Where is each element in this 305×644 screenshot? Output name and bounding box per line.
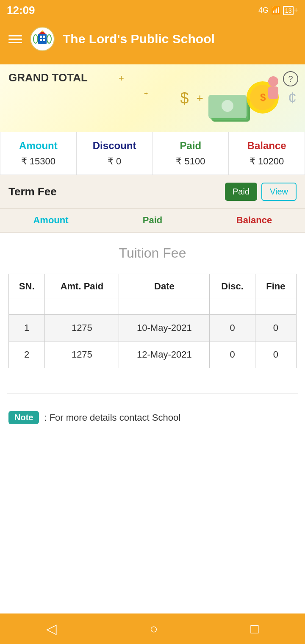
discount-label: Discount: [80, 140, 149, 152]
tuition-title: Tuition Fee: [8, 245, 297, 261]
term-paid-button[interactable]: Paid: [225, 183, 257, 201]
svg-rect-4: [40, 39, 42, 41]
svg-rect-18: [268, 86, 278, 99]
term-fee-buttons: Paid View: [225, 183, 297, 201]
school-logo: [30, 26, 55, 52]
amount-value: ₹ 15300: [4, 156, 73, 167]
svg-rect-3: [43, 36, 45, 38]
summary-paid: Paid ₹ 5100: [153, 132, 229, 175]
note-text: : For more details contact School: [44, 412, 180, 423]
plus-deco-1: +: [119, 73, 124, 84]
term-view-button[interactable]: View: [261, 183, 297, 201]
paid-value: ₹ 5100: [156, 156, 225, 167]
term-balance-header: Balance: [203, 209, 305, 232]
table-row: [9, 299, 297, 315]
plus-deco-2: +: [144, 90, 148, 97]
grand-total-banner: GRAND TOTAL ? $ + $ ¢ + +: [0, 64, 305, 132]
term-paid-header: Paid: [102, 209, 203, 232]
battery-level: 13: [283, 6, 294, 15]
app-header: The Lord's Public School: [0, 20, 305, 64]
plus-icon-1: +: [197, 92, 203, 105]
col-disc: Disc.: [210, 274, 255, 299]
recent-button[interactable]: □: [250, 621, 258, 637]
svg-text:$: $: [260, 92, 266, 103]
summary-amount: Amount ₹ 15300: [0, 132, 77, 175]
school-name: The Lord's Public School: [63, 32, 215, 46]
summary-balance: Balance ₹ 10200: [229, 132, 305, 175]
col-date: Date: [119, 274, 210, 299]
tuition-section: Tuition Fee SN. Amt. Paid Date Disc. Fin…: [0, 233, 305, 377]
svg-point-17: [268, 76, 278, 86]
battery-icon: 13+: [283, 6, 298, 15]
col-amt-paid: Amt. Paid: [45, 274, 119, 299]
col-sn: SN.: [9, 274, 45, 299]
banner-illustration: $ + $ ¢: [180, 69, 297, 128]
discount-value: ₹ 0: [80, 156, 149, 167]
signal-icon: 📶: [271, 6, 280, 15]
term-amount-header: Amount: [0, 209, 102, 232]
amount-label: Amount: [4, 140, 73, 152]
svg-rect-5: [43, 39, 45, 41]
table-row: 2127512-May-202100: [9, 341, 297, 368]
note-badge: Note: [8, 411, 39, 424]
summary-discount: Discount ₹ 0: [77, 132, 153, 175]
home-button[interactable]: ○: [150, 621, 158, 637]
term-fee-section: Term Fee Paid View: [0, 175, 305, 209]
bottom-nav: ◁ ○ □: [0, 613, 305, 644]
cent-icon: ¢: [288, 89, 297, 107]
term-sub-header: Amount Paid Balance: [0, 209, 305, 233]
divider: [7, 394, 298, 394]
balance-label: Balance: [232, 140, 301, 152]
svg-point-7: [42, 31, 43, 32]
status-icons: 4G 📶 13+: [258, 6, 298, 15]
status-time: 12:09: [7, 4, 35, 17]
svg-rect-1: [38, 34, 47, 44]
money-illustration: $: [208, 73, 284, 124]
grand-total-title: GRAND TOTAL: [8, 71, 88, 84]
balance-value: ₹ 10200: [232, 156, 301, 167]
col-fine: Fine: [255, 274, 296, 299]
note-section: Note : For more details contact School: [0, 411, 305, 437]
summary-row: Amount ₹ 15300 Discount ₹ 0 Paid ₹ 5100 …: [0, 132, 305, 175]
back-button[interactable]: ◁: [46, 621, 57, 637]
term-fee-label: Term Fee: [8, 185, 57, 198]
dollar-icon: $: [180, 89, 189, 107]
network-icon: 4G: [258, 6, 269, 15]
table-row: 1127510-May-202100: [9, 315, 297, 341]
fee-table: SN. Amt. Paid Date Disc. Fine 1127510-Ma…: [8, 274, 297, 368]
svg-rect-2: [40, 36, 42, 38]
status-bar: 12:09 4G 📶 13+: [0, 0, 305, 20]
menu-button[interactable]: [8, 35, 22, 43]
paid-label: Paid: [156, 140, 225, 152]
svg-point-13: [222, 100, 233, 112]
